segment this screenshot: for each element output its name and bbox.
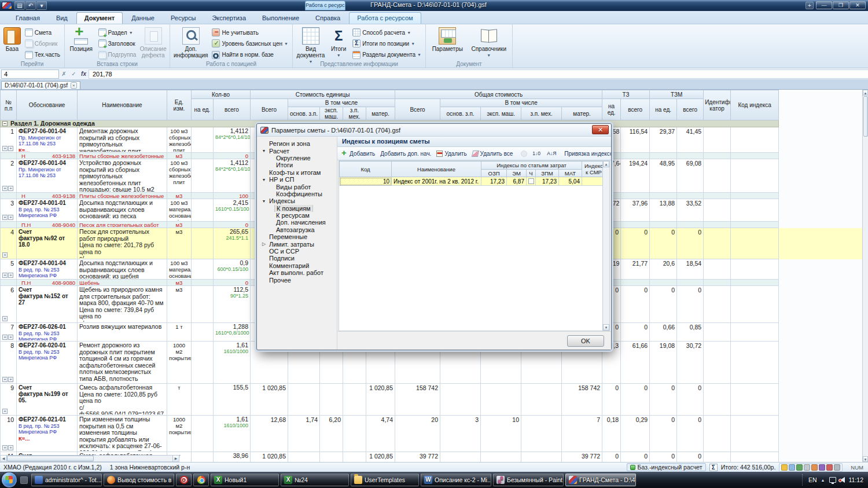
grid-cell[interactable]: Устройство дорожных покрытий из сборных … xyxy=(78,159,167,193)
grid-cell[interactable] xyxy=(288,384,320,416)
grid-cell[interactable]: 38,96 xyxy=(214,452,251,463)
grid-cell[interactable] xyxy=(650,193,677,199)
grid-cell[interactable] xyxy=(704,199,731,222)
grid-cell[interactable]: 155,5 xyxy=(214,384,251,416)
tab-glavnaya[interactable]: Главная xyxy=(8,13,47,24)
grid-cell[interactable] xyxy=(343,384,366,416)
tree-expanded-icon[interactable]: ▾ xyxy=(260,148,267,153)
tree-item-индексы[interactable]: ▾Индексы xyxy=(260,197,337,204)
grid-cell[interactable]: П,Н408-9080 xyxy=(17,280,78,286)
grid-cell[interactable]: 0 xyxy=(621,384,650,416)
grid-cell[interactable]: 158 742 xyxy=(395,384,440,416)
add-index-button[interactable]: Добавить xyxy=(339,149,377,158)
grid-cell[interactable]: Розлив вяжущих материалов xyxy=(78,323,167,342)
grid-cell[interactable] xyxy=(731,127,779,153)
tree-item-доп-начисления[interactable]: Доп. начисления xyxy=(260,219,337,226)
grid-cell[interactable] xyxy=(731,159,779,193)
grid-cell[interactable]: 5++ xyxy=(1,259,17,280)
function-button[interactable]: fx xyxy=(79,71,89,77)
grid-cell[interactable]: 100 м3 сборных железобет... плит xyxy=(167,159,192,193)
tab-ekspertiza[interactable]: Экспертиза xyxy=(204,13,253,24)
grid-cell[interactable]: Демонтаж дорожных покрытий из сборных пр… xyxy=(78,127,167,153)
grid-cell[interactable]: 1,74 xyxy=(288,416,320,452)
grid-cell[interactable] xyxy=(704,228,731,259)
grid-cell[interactable] xyxy=(731,153,779,159)
grid-cell[interactable]: Н403-9138 xyxy=(17,153,78,159)
grid-cell[interactable]: 12,68 xyxy=(251,416,288,452)
vertical-scrollbar[interactable]: ▲ ▼ xyxy=(862,90,868,462)
grid-cell[interactable] xyxy=(440,384,481,416)
grid-cell[interactable]: 1 020,85 xyxy=(251,452,288,463)
volume-icon[interactable] xyxy=(840,477,845,483)
opisanie-defekta-button[interactable]: Описание дефекта xyxy=(139,26,167,60)
grid-cell[interactable]: 0 xyxy=(621,286,650,323)
grid-cell[interactable] xyxy=(731,452,779,463)
formula-input[interactable]: 201,78 xyxy=(89,69,868,79)
tree-item-прочее[interactable]: Прочее xyxy=(260,276,337,283)
grid-cell[interactable]: 41,45 xyxy=(677,127,704,153)
expand-icon[interactable]: + xyxy=(8,273,13,278)
index-row[interactable]: 10Индекс от 2001г. на 2 кв. 2012 г.17,23… xyxy=(340,177,606,186)
grid-cell[interactable]: 158 742 xyxy=(562,384,602,416)
tree-expanded-icon[interactable]: ▾ xyxy=(260,177,267,182)
grid-cell[interactable]: Досыпка подстилающих и выравнивающих сло… xyxy=(78,259,167,280)
grid-cell[interactable]: Плиты сборные железобетонные xyxy=(78,193,167,199)
grid-cell[interactable]: 0 xyxy=(677,384,704,416)
calc-mode-chip[interactable]: Баз.-индексный расчет xyxy=(627,463,706,471)
delete-button[interactable]: Удалить xyxy=(434,149,469,158)
grid-cell[interactable] xyxy=(731,323,779,342)
grid-cell[interactable] xyxy=(704,259,731,280)
tree-item-акт-выполн-работ[interactable]: Акт выполн. работ xyxy=(260,269,337,276)
grid-cell[interactable] xyxy=(521,452,562,463)
grid-cell[interactable] xyxy=(343,416,366,452)
grid-cell[interactable] xyxy=(650,222,677,228)
itogi-po-pozicii-button[interactable]: Итоги по позиции▼ xyxy=(351,38,423,49)
grid-cell[interactable] xyxy=(621,280,650,286)
grid-cell[interactable]: П,Н408-9040 xyxy=(17,222,78,228)
dialog-close-button[interactable]: ✕ xyxy=(592,125,609,134)
grid-cell[interactable] xyxy=(192,159,214,193)
close-document-icon[interactable]: × xyxy=(71,82,77,89)
cancel-entry-button[interactable]: ✗ xyxy=(59,71,69,77)
grid-cell[interactable]: м3 xyxy=(167,228,192,259)
smeta-button[interactable]: Смета xyxy=(23,27,62,38)
tab-resursy[interactable]: Ресурсы xyxy=(163,13,203,24)
status-tray-icon[interactable] xyxy=(789,464,795,471)
tree-item-к-позициям[interactable]: К позициям xyxy=(260,205,337,212)
grid-cell[interactable]: 0,18 xyxy=(602,416,621,452)
expand-icon[interactable]: + xyxy=(2,273,8,278)
grid-cell[interactable]: 0 xyxy=(677,228,704,259)
grid-cell[interactable] xyxy=(704,323,731,342)
expand-icon[interactable]: + xyxy=(2,316,8,321)
grid-cell[interactable]: 1000 м2 покрытия xyxy=(167,342,192,384)
tab-vid[interactable]: Вид xyxy=(49,13,75,24)
expand-icon[interactable]: + xyxy=(8,335,13,340)
grid-cell[interactable]: 1 020,85 xyxy=(366,384,395,416)
grid-cell[interactable]: Щебень из природного камня для строитель… xyxy=(78,286,167,323)
tab-dannye[interactable]: Данные xyxy=(124,13,162,24)
grid-cell[interactable] xyxy=(192,323,214,342)
grid-cell[interactable] xyxy=(650,280,677,286)
grid-cell[interactable]: 4+ xyxy=(1,228,17,259)
tab-vypolnenie[interactable]: Выполнение xyxy=(255,13,307,24)
tree-item-ос-и-сср[interactable]: ОС и ССР xyxy=(260,248,337,255)
grid-cell[interactable] xyxy=(440,452,481,463)
grid-cell[interactable]: Песок для строительных работ п... xyxy=(78,222,167,228)
grid-cell[interactable]: 6,20 xyxy=(320,416,343,452)
grid-cell[interactable] xyxy=(677,193,704,199)
grid-cell[interactable] xyxy=(621,193,650,199)
sort-numeric-button[interactable] xyxy=(530,149,544,158)
grid-cell[interactable]: 1 020,85 xyxy=(251,384,288,416)
start-button[interactable] xyxy=(2,472,17,487)
grid-cell[interactable]: Счет фактура №152 от 27 xyxy=(17,286,78,323)
taskbar-button-administrator-tot-[interactable]: administrator^ - Tot... xyxy=(31,474,102,486)
minimize-button[interactable]: — xyxy=(816,1,832,9)
grid-cell[interactable] xyxy=(621,222,650,228)
parametry-button[interactable]: Параметры xyxy=(428,26,467,60)
close-button[interactable]: ✕ xyxy=(849,1,866,9)
grid-cell[interactable] xyxy=(704,280,731,286)
scroll-up-icon[interactable]: ▲ xyxy=(603,161,609,167)
grid-cell[interactable]: 0 xyxy=(602,452,621,463)
grid-cell[interactable] xyxy=(521,384,562,416)
app-icon[interactable] xyxy=(2,2,12,9)
